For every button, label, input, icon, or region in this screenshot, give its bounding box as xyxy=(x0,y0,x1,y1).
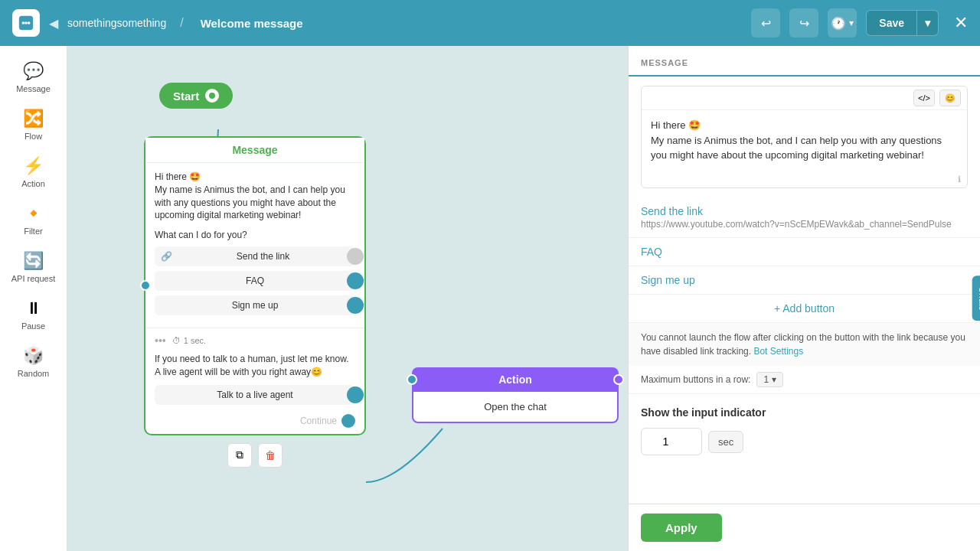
svg-point-3 xyxy=(28,21,31,24)
rp-button-sign-me-up[interactable]: Sign me up xyxy=(629,266,980,295)
project-name[interactable]: somethingsomething xyxy=(67,17,166,29)
continue-label: Continue xyxy=(300,416,337,426)
sidebar-item-message[interactable]: 💬 Message xyxy=(6,55,61,99)
rp-sign-me-up-label[interactable]: Sign me up xyxy=(641,274,968,286)
second-message-text: If you need to talk to a human, just let… xyxy=(145,347,364,385)
history-dropdown-icon: ▾ xyxy=(849,18,854,28)
message-node-body: Hi there 🤩 My name is Animus the bot, an… xyxy=(145,163,364,328)
body-text: My name is Animus the bot, and I can hel… xyxy=(155,184,345,221)
emoji-button[interactable]: 😊 xyxy=(939,90,961,106)
continue-connector-dot xyxy=(341,414,355,428)
continue-row: Continue xyxy=(145,411,364,434)
flow-title: Welcome message xyxy=(201,17,303,30)
start-circle-inner xyxy=(209,93,215,99)
redo-button[interactable]: ↪ xyxy=(789,8,818,37)
sidebar-item-flow[interactable]: 🔀 Flow xyxy=(6,103,61,147)
filter-icon: 🔸 xyxy=(23,204,44,223)
message-node[interactable]: Message Hi there 🤩 My name is Animus the… xyxy=(144,136,366,435)
message-to-action-connector xyxy=(366,429,443,482)
live-agent-toggle[interactable] xyxy=(347,386,364,403)
sidebar-label-action: Action xyxy=(21,179,45,188)
message-node-header: Message xyxy=(145,138,364,163)
undo-button[interactable]: ↩ xyxy=(751,8,780,37)
editor-content[interactable]: Hi there 🤩My name is Animus the bot, and… xyxy=(642,110,967,171)
action-node-title: Action xyxy=(498,373,532,386)
info-icon: ℹ xyxy=(958,174,961,184)
add-button[interactable]: + Add button xyxy=(629,295,980,323)
second-message-divider: ••• ⏱ 1 sec. xyxy=(145,328,364,347)
message-node-title: Message xyxy=(232,144,277,156)
pause-icon: ⏸ xyxy=(25,298,42,318)
timer-badge: ⏱ 1 sec. xyxy=(172,336,206,345)
send-link-toggle[interactable] xyxy=(347,248,364,265)
right-panel-title: MESSAGE xyxy=(641,58,688,67)
sidebar-item-action[interactable]: ⚡ Action xyxy=(6,150,61,194)
message-editor[interactable]: </> 😊 Hi there 🤩My name is Animus the bo… xyxy=(641,86,968,188)
history-icon: 🕐 xyxy=(831,16,846,31)
button-row-live-agent[interactable]: Talk to a live agent xyxy=(155,385,355,405)
nav-arrow-icon: ◀ xyxy=(49,16,58,31)
action-node-body: Open the chat xyxy=(412,392,619,423)
rp-send-link-label[interactable]: Send the link xyxy=(641,205,968,217)
sign-me-up-toggle[interactable] xyxy=(347,297,364,314)
live-agent-label: Talk to a live agent xyxy=(161,390,349,400)
save-dropdown-arrow[interactable]: ▾ xyxy=(917,11,938,35)
warning-text: You cannot launch the flow after clickin… xyxy=(629,323,980,366)
action-node-header: Action xyxy=(412,367,619,392)
main-layout: 💬 Message 🔀 Flow ⚡ Action 🔸 Filter 🔄 API… xyxy=(0,46,980,551)
right-panel-body: </> 😊 Hi there 🤩My name is Animus the bo… xyxy=(629,77,980,504)
sidebar-item-pause[interactable]: ⏸ Pause xyxy=(6,292,61,337)
bot-settings-link[interactable]: Bot Settings xyxy=(753,346,803,357)
history-button[interactable]: 🕐 ▾ xyxy=(828,8,857,37)
right-panel: MESSAGE </> 😊 Hi there 🤩My name is Animu… xyxy=(628,46,980,551)
flow-icon: 🔀 xyxy=(23,109,44,129)
faq-label: FAQ xyxy=(161,276,349,286)
save-button-group[interactable]: Save ▾ xyxy=(866,10,939,36)
editor-text: Hi there 🤩My name is Animus the bot, and… xyxy=(651,119,942,161)
start-label: Start xyxy=(173,90,199,103)
sidebar-item-random[interactable]: 🎲 Random xyxy=(6,340,61,384)
sidebar-item-api-request[interactable]: 🔄 API request xyxy=(6,245,61,289)
input-unit: sec xyxy=(708,431,743,453)
sidebar-item-filter[interactable]: 🔸 Filter xyxy=(6,197,61,242)
editor-info: ℹ xyxy=(642,171,967,187)
rp-button-faq[interactable]: FAQ xyxy=(629,238,980,266)
max-buttons-select[interactable]: 1 ▾ xyxy=(756,372,783,387)
close-button[interactable]: ✕ xyxy=(954,13,968,33)
svg-point-1 xyxy=(22,21,25,24)
input-indicator-value[interactable] xyxy=(641,428,702,455)
api-request-icon: 🔄 xyxy=(23,251,44,271)
chats-tab[interactable]: Chats xyxy=(972,276,980,321)
apply-button[interactable]: Apply xyxy=(641,514,722,542)
start-node[interactable]: Start xyxy=(159,83,233,109)
sidebar-label-api: API request xyxy=(11,274,55,283)
button-row-faq[interactable]: FAQ xyxy=(155,271,355,291)
sidebar-label-random: Random xyxy=(18,369,50,378)
right-panel-header: MESSAGE xyxy=(629,46,980,77)
delete-node-button[interactable]: 🗑 xyxy=(258,443,283,468)
node-actions: ⧉ 🗑 xyxy=(227,443,283,468)
message-node-greeting: Hi there 🤩 My name is Animus the bot, an… xyxy=(155,171,355,222)
action-icon: ⚡ xyxy=(23,156,44,176)
timer-value: 1 sec. xyxy=(184,336,206,345)
random-icon: 🎲 xyxy=(23,346,44,366)
app-logo xyxy=(12,9,40,37)
max-buttons-dropdown-icon: ▾ xyxy=(772,374,776,385)
max-buttons-value: 1 xyxy=(763,374,769,385)
link-icon: 🔗 xyxy=(161,251,172,262)
code-editor-button[interactable]: </> xyxy=(913,90,935,106)
save-label[interactable]: Save xyxy=(867,11,917,35)
button-row-send-link[interactable]: 🔗 Send the link xyxy=(155,246,355,266)
rp-faq-label[interactable]: FAQ xyxy=(641,246,968,258)
sidebar: 💬 Message 🔀 Flow ⚡ Action 🔸 Filter 🔄 API… xyxy=(0,46,67,551)
canvas[interactable]: Start Message Hi there 🤩 My name is Anim… xyxy=(67,46,628,551)
send-link-label: Send the link xyxy=(177,251,349,262)
button-row-sign-me-up[interactable]: Sign me up xyxy=(155,295,355,315)
rp-button-send-link[interactable]: Send the link https://www.youtube.com/wa… xyxy=(629,197,980,238)
sidebar-label-filter: Filter xyxy=(24,227,42,236)
action-node-in-connector xyxy=(407,374,417,385)
action-node[interactable]: Action Open the chat xyxy=(412,367,619,423)
faq-toggle[interactable] xyxy=(347,272,364,289)
start-circle xyxy=(205,89,219,103)
copy-node-button[interactable]: ⧉ xyxy=(227,443,252,468)
